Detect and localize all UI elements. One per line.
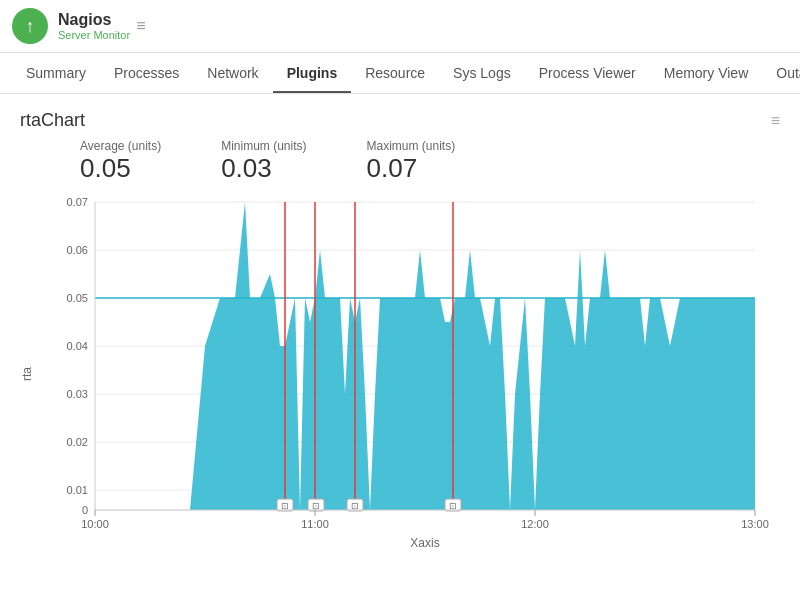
nav-item-plugins[interactable]: Plugins	[273, 53, 352, 93]
main-nav: Summary Processes Network Plugins Resour…	[0, 53, 800, 94]
svg-text:0.04: 0.04	[67, 340, 88, 352]
nav-item-network[interactable]: Network	[193, 53, 272, 93]
chart-container: rta 0.07 0.06 0.05 0.04 0.03 0.02 0.01 0	[20, 192, 780, 556]
svg-text:0: 0	[82, 504, 88, 516]
nav-item-processviewer[interactable]: Process Viewer	[525, 53, 650, 93]
stat-minimum-value: 0.03	[221, 153, 306, 184]
app-name: Nagios	[58, 11, 130, 29]
app-menu-icon[interactable]: ≡	[136, 17, 145, 35]
svg-text:0.05: 0.05	[67, 292, 88, 304]
svg-text:13:00: 13:00	[741, 518, 769, 530]
chart-inner: 0.07 0.06 0.05 0.04 0.03 0.02 0.01 0	[40, 192, 780, 556]
svg-text:0.07: 0.07	[67, 196, 88, 208]
nav-item-summary[interactable]: Summary	[12, 53, 100, 93]
stats-row: Average (units) 0.05 Minimum (units) 0.0…	[20, 139, 780, 184]
nav-item-outage[interactable]: Outage & Trouble Alerts	[762, 53, 800, 93]
y-axis-label: rta	[20, 192, 40, 556]
stat-minimum: Minimum (units) 0.03	[221, 139, 306, 184]
nav-item-syslogs[interactable]: Sys Logs	[439, 53, 525, 93]
stat-average-label: Average (units)	[80, 139, 161, 153]
svg-text:Xaxis: Xaxis	[410, 536, 439, 550]
app-subtitle: Server Monitor	[58, 29, 130, 41]
svg-marker-17	[95, 202, 755, 510]
svg-text:0.06: 0.06	[67, 244, 88, 256]
stat-average-value: 0.05	[80, 153, 161, 184]
app-header: ↑ Nagios Server Monitor ≡	[0, 0, 800, 53]
svg-text:12:00: 12:00	[521, 518, 549, 530]
stat-maximum-label: Maximum (units)	[367, 139, 456, 153]
stat-maximum: Maximum (units) 0.07	[367, 139, 456, 184]
nav-item-memoryview[interactable]: Memory View	[650, 53, 763, 93]
app-title-group: Nagios Server Monitor	[58, 11, 130, 41]
main-content: rtaChart ≡ Average (units) 0.05 Minimum …	[0, 94, 800, 595]
chart-title-label: rtaChart	[20, 110, 85, 131]
logo-arrow-icon: ↑	[26, 17, 35, 35]
nav-item-processes[interactable]: Processes	[100, 53, 193, 93]
chart-svg: 0.07 0.06 0.05 0.04 0.03 0.02 0.01 0	[40, 192, 780, 552]
stat-minimum-label: Minimum (units)	[221, 139, 306, 153]
svg-text:0.03: 0.03	[67, 388, 88, 400]
svg-text:11:00: 11:00	[301, 518, 329, 530]
nav-item-resource[interactable]: Resource	[351, 53, 439, 93]
chart-header: rtaChart ≡	[20, 110, 780, 131]
svg-text:0.01: 0.01	[67, 484, 88, 496]
stat-average: Average (units) 0.05	[80, 139, 161, 184]
stat-maximum-value: 0.07	[367, 153, 456, 184]
app-logo: ↑	[12, 8, 48, 44]
svg-text:0.02: 0.02	[67, 436, 88, 448]
svg-text:10:00: 10:00	[81, 518, 109, 530]
chart-menu-icon[interactable]: ≡	[771, 112, 780, 130]
